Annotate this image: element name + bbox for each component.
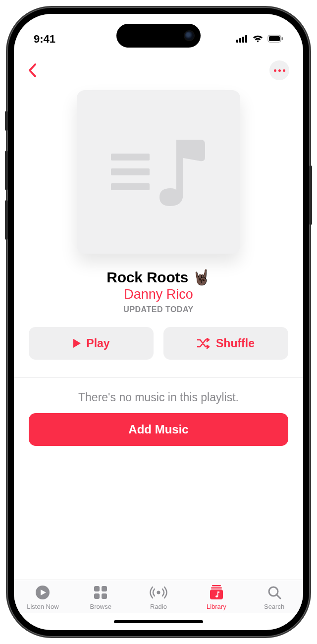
volume-up-button [5, 151, 8, 190]
svg-rect-1 [239, 38, 241, 43]
playlist-artwork[interactable] [77, 90, 240, 254]
svg-rect-11 [102, 593, 107, 599]
tab-search[interactable]: Search [245, 584, 303, 610]
add-music-label: Add Music [128, 423, 188, 436]
grid-icon [93, 584, 108, 601]
tab-browse[interactable]: Browse [72, 584, 130, 610]
svg-rect-10 [94, 593, 100, 599]
svg-rect-3 [245, 35, 247, 43]
tab-bar: Listen Now Browse Radio Library Search [14, 580, 303, 613]
status-time: 9:41 [34, 33, 55, 46]
playlist-updated: UPDATED TODAY [123, 305, 193, 314]
nav-bar [14, 52, 303, 80]
tab-listen-now[interactable]: Listen Now [14, 584, 72, 610]
playlist-title: Rock Roots 🤘🏿 [106, 268, 211, 286]
svg-rect-0 [236, 40, 238, 43]
play-circle-icon [35, 584, 51, 601]
chevron-left-icon [28, 63, 38, 78]
cellular-icon [236, 33, 248, 46]
music-note-icon [157, 135, 206, 209]
svg-rect-9 [102, 586, 107, 591]
battery-icon [267, 33, 283, 46]
wifi-icon [252, 33, 264, 46]
home-indicator[interactable] [14, 613, 303, 630]
back-button[interactable] [28, 63, 38, 78]
ellipsis-icon [274, 69, 276, 72]
shuffle-button[interactable]: Shuffle [163, 327, 288, 360]
svg-rect-14 [211, 588, 222, 589]
more-button[interactable] [269, 60, 289, 80]
divider [14, 377, 303, 378]
play-label: Play [86, 337, 109, 350]
playlist-author[interactable]: Danny Rico [124, 287, 193, 302]
svg-rect-6 [282, 37, 283, 40]
svg-rect-8 [94, 586, 100, 591]
library-icon [209, 584, 224, 601]
svg-rect-13 [212, 585, 221, 587]
power-button [309, 165, 312, 225]
search-icon [267, 584, 282, 601]
svg-line-17 [277, 595, 280, 598]
camera-icon [185, 31, 194, 40]
add-music-button[interactable]: Add Music [29, 413, 288, 446]
play-button[interactable]: Play [29, 327, 154, 360]
dynamic-island [116, 24, 201, 48]
shuffle-icon [197, 338, 211, 349]
empty-message: There's no music in this playlist. [78, 391, 239, 404]
screen: 9:41 [14, 14, 303, 630]
playlist-lines-icon [111, 154, 150, 190]
svg-rect-15 [210, 590, 223, 599]
shuffle-label: Shuffle [216, 337, 255, 350]
side-button [5, 111, 8, 131]
tab-radio[interactable]: Radio [130, 584, 188, 610]
volume-down-button [5, 200, 8, 240]
main-content: Rock Roots 🤘🏿 Danny Rico UPDATED TODAY P… [14, 80, 303, 580]
svg-point-12 [157, 591, 160, 594]
svg-rect-5 [269, 36, 280, 41]
play-icon [72, 338, 81, 348]
phone-frame: 9:41 [7, 7, 310, 637]
radio-icon [150, 584, 167, 601]
tab-library[interactable]: Library [187, 584, 245, 610]
svg-rect-2 [242, 37, 244, 43]
